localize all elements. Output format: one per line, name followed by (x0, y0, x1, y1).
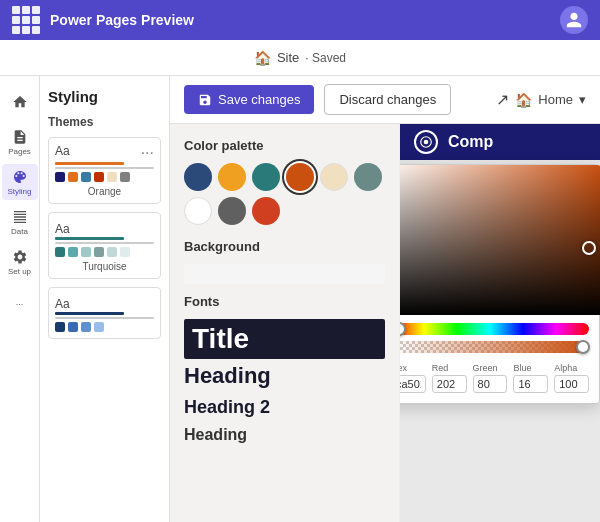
sidebar-item-pages[interactable]: Pages (2, 124, 38, 160)
content-area: Save changes Discard changes ↗ 🏠 Home ▾ … (170, 76, 600, 522)
font-title-preview: Title (184, 319, 385, 359)
background-placeholder (184, 264, 385, 284)
swatch (68, 322, 78, 332)
save-label: Save changes (218, 92, 300, 107)
themes-label: Themes (48, 115, 161, 129)
user-avatar[interactable] (560, 6, 588, 34)
nav-back-icon[interactable]: ↗ (496, 90, 509, 109)
palette-swatch-8[interactable] (218, 197, 246, 225)
swatch (94, 247, 104, 257)
home-label: Home (538, 92, 573, 107)
preview-topbar: Comp (400, 124, 600, 160)
swatch (107, 172, 117, 182)
red-input[interactable] (432, 375, 467, 393)
color-area: Color palette Background Fonts Titl (170, 124, 600, 522)
discard-label: Discard changes (339, 92, 436, 107)
hex-input[interactable] (400, 375, 426, 393)
swatch (68, 247, 78, 257)
swatch (68, 172, 78, 182)
swatch (107, 247, 117, 257)
sidebar-styling-label: Styling (7, 187, 31, 196)
left-panel: Color palette Background Fonts Titl (170, 124, 400, 522)
styling-title: Styling (48, 88, 161, 105)
theme-turquoise-name: Turquoise (55, 261, 154, 272)
blue-input-group: Blue (513, 363, 548, 393)
svg-point-1 (424, 140, 429, 145)
theme-menu-icon[interactable]: ··· (141, 144, 154, 162)
red-label: Red (432, 363, 467, 373)
swatch (55, 172, 65, 182)
hue-slider[interactable] (400, 323, 589, 335)
alpha-label: Alpha (554, 363, 589, 373)
alpha-thumb (576, 340, 590, 354)
palette-swatch-1[interactable] (184, 163, 212, 191)
font-heading3-preview: Heading (184, 422, 385, 448)
theme-aa-label: Aa (55, 297, 70, 311)
alpha-input[interactable] (554, 375, 589, 393)
hue-slider-wrap (400, 315, 599, 339)
main-layout: Pages Styling Data Set up ... Styling Th… (0, 76, 600, 522)
swatch (94, 172, 104, 182)
sidebar-item-data[interactable]: Data (2, 204, 38, 240)
home-small-icon: 🏠 (254, 50, 271, 66)
palette-swatch-9[interactable] (252, 197, 280, 225)
background-title: Background (184, 239, 385, 254)
theme-blue-card[interactable]: Aa (48, 287, 161, 339)
palette-swatch-3[interactable] (252, 163, 280, 191)
fonts-section: Fonts Title Heading Heading 2 Heading (184, 294, 385, 448)
blue-label: Blue (513, 363, 548, 373)
color-palette-title: Color palette (184, 138, 385, 153)
sidebar-item-more[interactable]: ... (2, 284, 38, 320)
app-grid-icon[interactable] (12, 6, 40, 34)
blue-input[interactable] (513, 375, 548, 393)
palette-grid (184, 163, 385, 225)
swatch (81, 247, 91, 257)
discard-changes-button[interactable]: Discard changes (324, 84, 451, 115)
green-input[interactable] (473, 375, 508, 393)
fonts-title: Fonts (184, 294, 385, 309)
palette-swatch-7[interactable] (184, 197, 212, 225)
alpha-slider-container (400, 341, 589, 353)
hue-thumb (400, 322, 406, 336)
theme-turquoise-card[interactable]: Aa Turquoise (48, 212, 161, 279)
sidebar-setup-label: Set up (8, 267, 31, 276)
theme-orange-card[interactable]: Aa ··· Orange (48, 137, 161, 204)
swatch (55, 322, 65, 332)
color-gradient-canvas[interactable] (400, 165, 600, 315)
color-picker-popup: Hex Red Green Blue (400, 164, 600, 404)
sidebar-item-setup[interactable]: Set up (2, 244, 38, 280)
palette-swatch-6[interactable] (354, 163, 382, 191)
green-label: Green (473, 363, 508, 373)
saved-status: · Saved (305, 51, 346, 65)
alpha-input-group: Alpha (554, 363, 589, 393)
theme-orange-name: Orange (55, 186, 154, 197)
swatch (81, 172, 91, 182)
palette-swatch-5[interactable] (320, 163, 348, 191)
preview-logo (414, 130, 438, 154)
icon-sidebar: Pages Styling Data Set up ... (0, 76, 40, 522)
palette-swatch-4[interactable] (286, 163, 314, 191)
sidebar-item-home[interactable] (2, 84, 38, 120)
sidebar-pages-label: Pages (8, 147, 31, 156)
green-input-group: Green (473, 363, 508, 393)
font-heading2-preview: Heading 2 (184, 393, 385, 422)
sidebar-item-styling[interactable]: Styling (2, 164, 38, 200)
chevron-down-icon[interactable]: ▾ (579, 92, 586, 107)
breadcrumb-bar: 🏠 Site · Saved (0, 40, 600, 76)
palette-swatch-2[interactable] (218, 163, 246, 191)
sidebar-data-label: Data (11, 227, 28, 236)
preview-company-text: Comp (448, 133, 493, 151)
swatch (81, 322, 91, 332)
hex-label: Hex (400, 363, 426, 373)
color-inputs: Hex Red Green Blue (400, 359, 599, 393)
hex-input-group: Hex (400, 363, 426, 393)
swatch (94, 322, 104, 332)
alpha-slider-wrap (400, 339, 599, 359)
more-dots: ... (16, 297, 24, 307)
toolbar: Save changes Discard changes ↗ 🏠 Home ▾ (170, 76, 600, 124)
styling-panel: Styling Themes Aa ··· Orange (40, 76, 170, 522)
save-changes-button[interactable]: Save changes (184, 85, 314, 114)
swatch (55, 247, 65, 257)
alpha-slider-overlay[interactable] (400, 341, 589, 353)
site-label: Site (277, 50, 299, 65)
